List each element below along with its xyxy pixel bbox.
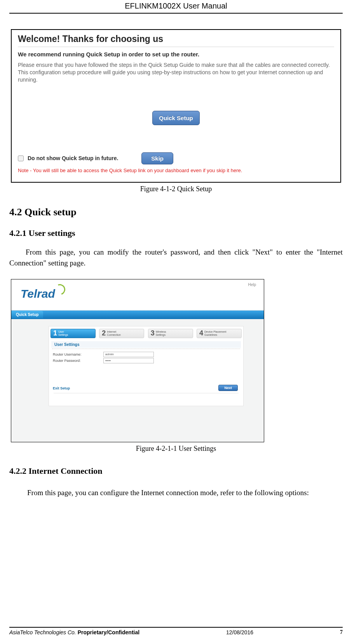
footer-left: AsiaTelco Technologies Co. Proprietary/C… xyxy=(9,629,139,635)
skip-button[interactable]: Skip xyxy=(141,152,173,164)
figure-quick-setup-welcome: Welcome! Thanks for choosing us We recom… xyxy=(11,29,341,183)
wizard-step-1[interactable]: 1 UserSettings xyxy=(51,329,96,338)
wizard-step-4[interactable]: 4 Device PlacementGuidelines xyxy=(197,329,242,338)
divider xyxy=(18,47,334,47)
page-header: EFLINKM1002X User Manual xyxy=(9,0,343,14)
panel-divider xyxy=(54,393,239,393)
skip-note: Note - You will still be able to access … xyxy=(18,168,334,173)
step-number: 2 xyxy=(102,329,106,337)
next-button[interactable]: Next xyxy=(218,385,238,391)
router-username-label: Router Username: xyxy=(53,353,103,356)
recommend-text: We recommend running Quick Setup in orde… xyxy=(18,51,334,58)
section-4-2-2: 4.2.2 Internet Connection xyxy=(9,466,343,476)
step-label: UserSettings xyxy=(58,330,68,336)
router-password-label: Router Password: xyxy=(53,359,103,363)
step-label: Device PlacementGuidelines xyxy=(204,330,226,336)
page-number: 7 xyxy=(340,629,343,635)
section-4-2-1: 4.2.1 User settings xyxy=(9,228,343,238)
router-password-row: Router Password: ••••• xyxy=(49,358,243,364)
help-link[interactable]: Help xyxy=(248,283,256,287)
exit-setup-link[interactable]: Exit Setup xyxy=(53,386,70,390)
wizard-steps: 1 UserSettings 2 InternetConnection 3 Wi… xyxy=(49,328,243,340)
para-4-2-1: From this page, you can modify the route… xyxy=(9,247,343,269)
dotted-divider xyxy=(52,349,240,349)
section-4-2: 4.2 Quick setup xyxy=(9,206,343,218)
step-label: InternetConnection xyxy=(107,330,120,336)
logo-text: Telrad xyxy=(21,287,55,300)
instruction-text: Please ensure that you have followed the… xyxy=(18,61,334,84)
wizard-step-3[interactable]: 3 WirelessSettings xyxy=(148,329,193,338)
user-settings-title: User Settings xyxy=(51,341,241,348)
router-username-row: Router Username: admin xyxy=(49,351,243,358)
tab-quick-setup[interactable]: Quick Setup xyxy=(11,311,43,318)
step-number: 4 xyxy=(199,329,203,337)
hide-quick-setup-label: Do not show Quick Setup in future. xyxy=(28,155,118,161)
router-username-input[interactable]: admin xyxy=(103,352,154,357)
page-footer: AsiaTelco Technologies Co. Proprietary/C… xyxy=(9,627,343,635)
wizard-panel: 1 UserSettings 2 InternetConnection 3 Wi… xyxy=(49,326,244,406)
header-title: EFLINKM1002X User Manual xyxy=(125,2,227,10)
step-number: 3 xyxy=(151,329,155,337)
hide-quick-setup-checkbox[interactable] xyxy=(18,155,24,161)
figure-user-settings: Help Telrad Quick Setup 1 UserSettings 2… xyxy=(11,279,264,442)
telrad-logo: Telrad xyxy=(21,287,66,300)
quick-setup-button[interactable]: Quick Setup xyxy=(152,111,200,125)
figure-caption-1: Figure 4-1-2 Quick Setup xyxy=(9,185,343,193)
footer-company: AsiaTelco Technologies Co. xyxy=(9,629,76,635)
nav-tab-bar: Quick Setup xyxy=(11,311,264,319)
welcome-heading: Welcome! Thanks for choosing us xyxy=(18,34,334,44)
wizard-step-2[interactable]: 2 InternetConnection xyxy=(99,329,144,338)
footer-date: 12/08/2016 xyxy=(226,629,253,635)
footer-confidential: Proprietary/Confidential xyxy=(76,629,139,635)
step-number: 1 xyxy=(53,329,57,337)
router-password-input[interactable]: ••••• xyxy=(103,358,154,363)
step-label: WirelessSettings xyxy=(156,330,166,336)
figure-caption-2: Figure 4-2-1-1 User Settings xyxy=(9,445,343,453)
para-4-2-2: From this page, you can configure the In… xyxy=(16,485,343,501)
